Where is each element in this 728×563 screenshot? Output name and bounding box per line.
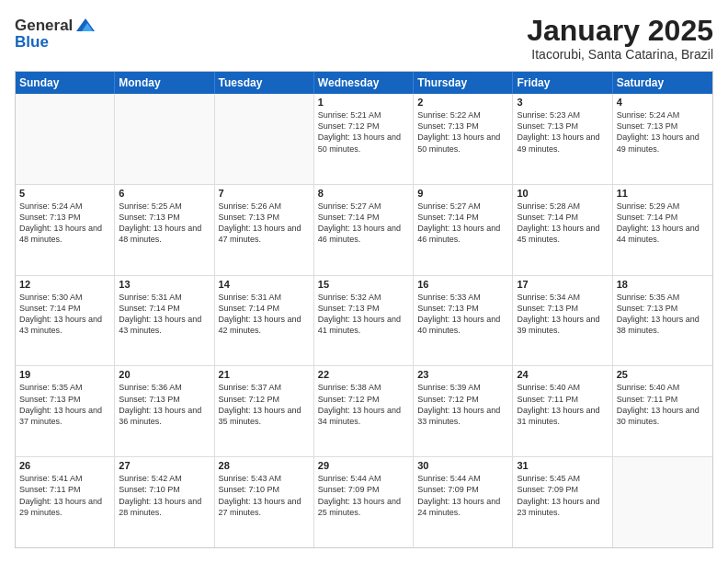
cal-cell-1-6: 3Sunrise: 5:23 AMSunset: 7:13 PMDaylight… (513, 94, 612, 184)
day-number: 2 (417, 97, 508, 108)
cal-cell-5-4: 29Sunrise: 5:44 AMSunset: 7:09 PMDayligh… (314, 457, 414, 547)
cell-info: Sunrise: 5:30 AMSunset: 7:14 PMDaylight:… (19, 292, 110, 337)
cal-cell-4-5: 23Sunrise: 5:39 AMSunset: 7:12 PMDayligh… (414, 366, 513, 456)
calendar-header: SundayMondayTuesdayWednesdayThursdayFrid… (16, 72, 712, 94)
cell-info: Sunrise: 5:37 AMSunset: 7:12 PMDaylight:… (219, 382, 310, 427)
cal-cell-1-5: 2Sunrise: 5:22 AMSunset: 7:13 PMDaylight… (414, 94, 513, 184)
day-number: 10 (517, 188, 608, 199)
week-row-2: 5Sunrise: 5:24 AMSunset: 7:13 PMDaylight… (16, 185, 712, 276)
cal-cell-3-6: 17Sunrise: 5:34 AMSunset: 7:13 PMDayligh… (513, 276, 612, 366)
day-number: 17 (517, 279, 608, 290)
cal-cell-3-7: 18Sunrise: 5:35 AMSunset: 7:13 PMDayligh… (613, 276, 712, 366)
cell-info: Sunrise: 5:25 AMSunset: 7:13 PMDaylight:… (119, 201, 210, 246)
cell-info: Sunrise: 5:33 AMSunset: 7:13 PMDaylight:… (417, 292, 508, 337)
cal-cell-5-1: 26Sunrise: 5:41 AMSunset: 7:11 PMDayligh… (16, 457, 115, 547)
day-number: 25 (617, 369, 709, 380)
cal-cell-5-6: 31Sunrise: 5:45 AMSunset: 7:09 PMDayligh… (513, 457, 612, 547)
week-row-3: 12Sunrise: 5:30 AMSunset: 7:14 PMDayligh… (16, 276, 712, 367)
cell-info: Sunrise: 5:31 AMSunset: 7:14 PMDaylight:… (219, 292, 310, 337)
cal-cell-1-7: 4Sunrise: 5:24 AMSunset: 7:13 PMDaylight… (613, 94, 712, 184)
cell-info: Sunrise: 5:28 AMSunset: 7:14 PMDaylight:… (517, 201, 608, 246)
day-number: 30 (417, 460, 508, 471)
cell-info: Sunrise: 5:42 AMSunset: 7:10 PMDaylight:… (119, 473, 210, 518)
day-number: 23 (417, 369, 508, 380)
day-number: 18 (617, 279, 709, 290)
logo-general-text: General (15, 17, 73, 35)
day-number: 7 (219, 188, 310, 199)
day-number: 21 (219, 369, 310, 380)
cal-cell-3-5: 16Sunrise: 5:33 AMSunset: 7:13 PMDayligh… (414, 276, 513, 366)
day-number: 8 (318, 188, 409, 199)
day-number: 12 (19, 279, 110, 290)
cell-info: Sunrise: 5:41 AMSunset: 7:11 PMDaylight:… (19, 473, 110, 518)
calendar: SundayMondayTuesdayWednesdayThursdayFrid… (15, 71, 713, 548)
day-number: 20 (119, 369, 210, 380)
day-number: 24 (517, 369, 608, 380)
cell-info: Sunrise: 5:22 AMSunset: 7:13 PMDaylight:… (417, 109, 508, 155)
day-number: 26 (19, 460, 110, 471)
cal-cell-1-1 (16, 94, 115, 184)
cell-info: Sunrise: 5:45 AMSunset: 7:09 PMDaylight:… (517, 473, 608, 518)
day-number: 28 (219, 460, 310, 471)
day-number: 22 (318, 369, 409, 380)
day-number: 29 (318, 460, 409, 471)
cell-info: Sunrise: 5:26 AMSunset: 7:13 PMDaylight:… (219, 201, 310, 246)
header-day-tuesday: Tuesday (215, 72, 314, 94)
logo-icon (74, 15, 97, 37)
week-row-1: 1Sunrise: 5:21 AMSunset: 7:12 PMDaylight… (16, 94, 712, 185)
cell-info: Sunrise: 5:24 AMSunset: 7:13 PMDaylight:… (617, 109, 709, 155)
header-day-friday: Friday (513, 72, 612, 94)
day-number: 1 (318, 97, 409, 108)
cell-info: Sunrise: 5:24 AMSunset: 7:13 PMDaylight:… (19, 201, 110, 246)
cell-info: Sunrise: 5:21 AMSunset: 7:12 PMDaylight:… (318, 109, 409, 155)
cell-info: Sunrise: 5:35 AMSunset: 7:13 PMDaylight:… (617, 292, 709, 337)
cell-info: Sunrise: 5:39 AMSunset: 7:12 PMDaylight:… (417, 382, 508, 427)
cal-cell-2-7: 11Sunrise: 5:29 AMSunset: 7:14 PMDayligh… (613, 185, 712, 275)
day-number: 6 (119, 188, 210, 199)
cell-info: Sunrise: 5:38 AMSunset: 7:12 PMDaylight:… (318, 382, 409, 427)
cell-info: Sunrise: 5:43 AMSunset: 7:10 PMDaylight:… (219, 473, 310, 518)
cal-cell-4-1: 19Sunrise: 5:35 AMSunset: 7:13 PMDayligh… (16, 366, 115, 456)
week-row-4: 19Sunrise: 5:35 AMSunset: 7:13 PMDayligh… (16, 366, 712, 457)
cal-cell-4-3: 21Sunrise: 5:37 AMSunset: 7:12 PMDayligh… (215, 366, 314, 456)
calendar-body: 1Sunrise: 5:21 AMSunset: 7:12 PMDaylight… (16, 94, 712, 547)
cal-cell-3-1: 12Sunrise: 5:30 AMSunset: 7:14 PMDayligh… (16, 276, 115, 366)
cell-info: Sunrise: 5:35 AMSunset: 7:13 PMDaylight:… (19, 382, 110, 427)
header-day-thursday: Thursday (414, 72, 513, 94)
day-number: 14 (219, 279, 310, 290)
cell-info: Sunrise: 5:34 AMSunset: 7:13 PMDaylight:… (517, 292, 608, 337)
cal-cell-1-4: 1Sunrise: 5:21 AMSunset: 7:12 PMDaylight… (314, 94, 414, 184)
location: Itacorubi, Santa Catarina, Brazil (527, 47, 713, 62)
day-number: 31 (517, 460, 608, 471)
cell-info: Sunrise: 5:31 AMSunset: 7:14 PMDaylight:… (119, 292, 210, 337)
header-day-saturday: Saturday (613, 72, 712, 94)
day-number: 3 (517, 97, 608, 108)
day-number: 27 (119, 460, 210, 471)
cal-cell-4-6: 24Sunrise: 5:40 AMSunset: 7:11 PMDayligh… (513, 366, 612, 456)
cal-cell-1-3 (215, 94, 314, 184)
header-day-monday: Monday (115, 72, 214, 94)
day-number: 4 (617, 97, 709, 108)
day-number: 15 (318, 279, 409, 290)
day-number: 9 (417, 188, 508, 199)
cell-info: Sunrise: 5:27 AMSunset: 7:14 PMDaylight:… (318, 201, 409, 246)
cal-cell-1-2 (115, 94, 214, 184)
cal-cell-4-7: 25Sunrise: 5:40 AMSunset: 7:11 PMDayligh… (613, 366, 712, 456)
cell-info: Sunrise: 5:23 AMSunset: 7:13 PMDaylight:… (517, 109, 608, 155)
logo: General Blue (15, 15, 97, 52)
cal-cell-5-7 (613, 457, 712, 547)
cal-cell-2-1: 5Sunrise: 5:24 AMSunset: 7:13 PMDaylight… (16, 185, 115, 275)
cell-info: Sunrise: 5:36 AMSunset: 7:13 PMDaylight:… (119, 382, 210, 427)
cal-cell-5-5: 30Sunrise: 5:44 AMSunset: 7:09 PMDayligh… (414, 457, 513, 547)
cal-cell-2-4: 8Sunrise: 5:27 AMSunset: 7:14 PMDaylight… (314, 185, 414, 275)
cal-cell-5-2: 27Sunrise: 5:42 AMSunset: 7:10 PMDayligh… (115, 457, 214, 547)
page: General Blue January 2025 Itacorubi, San… (0, 0, 728, 563)
cell-info: Sunrise: 5:29 AMSunset: 7:14 PMDaylight:… (617, 201, 709, 246)
cal-cell-2-5: 9Sunrise: 5:27 AMSunset: 7:14 PMDaylight… (414, 185, 513, 275)
cell-info: Sunrise: 5:32 AMSunset: 7:13 PMDaylight:… (318, 292, 409, 337)
cal-cell-3-4: 15Sunrise: 5:32 AMSunset: 7:13 PMDayligh… (314, 276, 414, 366)
cell-info: Sunrise: 5:40 AMSunset: 7:11 PMDaylight:… (617, 382, 709, 427)
day-number: 13 (119, 279, 210, 290)
cal-cell-2-2: 6Sunrise: 5:25 AMSunset: 7:13 PMDaylight… (115, 185, 214, 275)
cal-cell-3-3: 14Sunrise: 5:31 AMSunset: 7:14 PMDayligh… (215, 276, 314, 366)
